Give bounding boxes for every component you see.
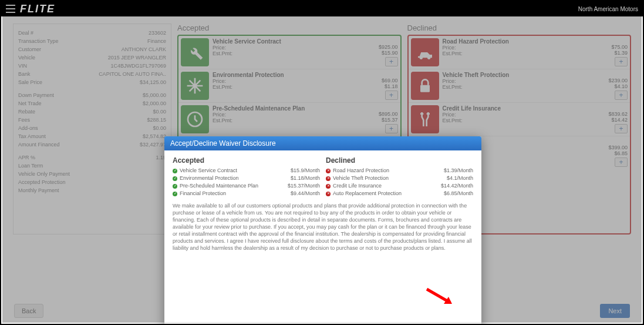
brand-logo: FLITE xyxy=(20,3,55,15)
modal-list-item: ✓Pre-Scheduled Maintenance Plan$15.37/Mo… xyxy=(173,182,320,190)
tenant-name: North American Motors xyxy=(578,6,638,12)
menu-icon[interactable] xyxy=(6,5,15,13)
modal-list-item: ✓Vehicle Service Contract$15.9/Month xyxy=(173,167,320,175)
modal-list-item: ✓Environmental Protection$1.18/Month xyxy=(173,175,320,182)
topbar: FLITE North American Motors xyxy=(1,1,643,16)
modal-list-item: ✕Auto Replacement Protection$6.85/Month xyxy=(326,190,473,197)
modal-list-item: ✕Credit Life Insurance$14.42/Month xyxy=(326,182,473,190)
modal-accepted-heading: Accepted xyxy=(173,156,320,165)
modal-list-item: ✕Road Hazard Protection$1.39/Month xyxy=(326,167,473,175)
annotation-arrow xyxy=(424,286,459,312)
disclosure-text: We make available to all of our customer… xyxy=(173,202,473,252)
modal-title: Accept/Decline Waiver Disclosure xyxy=(164,136,481,150)
modal-list-item: ✓Financial Protection$9.44/Month xyxy=(173,190,320,197)
modal-list-item: ✕Vehicle Theft Protection$4.1/Month xyxy=(326,175,473,182)
modal-declined-heading: Declined xyxy=(326,156,473,165)
modal-footer: Cancel Clear Done xyxy=(164,322,481,325)
